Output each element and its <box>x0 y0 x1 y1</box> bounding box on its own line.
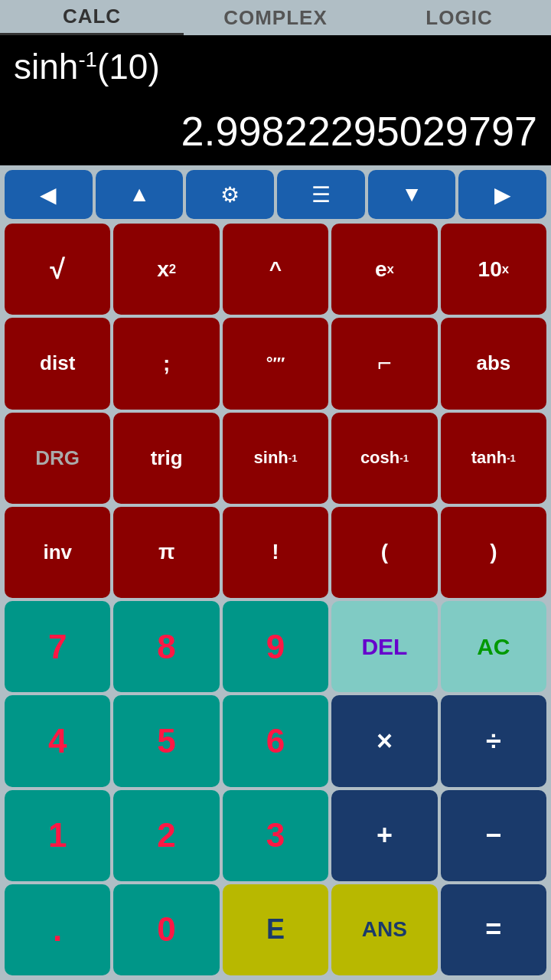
key-row-1: dist ; °′″ ⌐ abs <box>5 318 546 409</box>
key-power[interactable]: ^ <box>223 224 328 315</box>
keypad: √ x2 ^ ex 10x dist ; °′″ ⌐ abs DRG trig … <box>0 224 551 980</box>
key-cosh-inv[interactable]: cosh-1 <box>331 413 437 504</box>
nav-row: ◀ ▲ ⚙ ☰ ▼ ▶ <box>0 165 551 224</box>
nav-up[interactable]: ▲ <box>96 170 184 219</box>
key-row-3: inv π ! ( ) <box>5 507 546 598</box>
key-inv[interactable]: inv <box>5 507 110 598</box>
key-add[interactable]: + <box>331 790 437 881</box>
key-row-6: 1 2 3 + − <box>5 790 546 881</box>
key-drg[interactable]: DRG <box>5 413 110 504</box>
key-abs[interactable]: abs <box>441 318 546 409</box>
key-multiply[interactable]: × <box>331 695 437 786</box>
key-e[interactable]: E <box>223 884 328 975</box>
key-row-7: . 0 E ANS = <box>5 884 546 975</box>
display-result: 2.99822295029797 <box>14 107 537 155</box>
key-1[interactable]: 1 <box>5 790 110 881</box>
key-close-paren[interactable]: ) <box>441 507 546 598</box>
key-8[interactable]: 8 <box>113 601 219 692</box>
key-3[interactable]: 3 <box>223 790 328 881</box>
key-4[interactable]: 4 <box>5 695 110 786</box>
key-2[interactable]: 2 <box>113 790 219 881</box>
key-6[interactable]: 6 <box>223 695 328 786</box>
key-floor[interactable]: ⌐ <box>331 318 437 409</box>
key-divide[interactable]: ÷ <box>441 695 546 786</box>
key-equals[interactable]: = <box>441 884 546 975</box>
key-9[interactable]: 9 <box>223 601 328 692</box>
key-semicolon[interactable]: ; <box>113 318 219 409</box>
key-row-0: √ x2 ^ ex 10x <box>5 224 546 315</box>
tab-logic[interactable]: LOGIC <box>367 0 551 35</box>
nav-down[interactable]: ▼ <box>368 170 456 219</box>
key-trig[interactable]: trig <box>113 413 219 504</box>
key-subtract[interactable]: − <box>441 790 546 881</box>
tab-bar: CALC COMPLEX LOGIC <box>0 0 551 35</box>
key-5[interactable]: 5 <box>113 695 219 786</box>
key-factorial[interactable]: ! <box>223 507 328 598</box>
key-x2[interactable]: x2 <box>113 224 219 315</box>
key-open-paren[interactable]: ( <box>331 507 437 598</box>
display: sinh-1(10) 2.99822295029797 <box>0 35 551 165</box>
key-row-2: DRG trig sinh-1 cosh-1 tanh-1 <box>5 413 546 504</box>
key-del[interactable]: DEL <box>331 601 437 692</box>
key-0[interactable]: 0 <box>113 884 219 975</box>
key-row-5: 4 5 6 × ÷ <box>5 695 546 786</box>
key-ex[interactable]: ex <box>331 224 437 315</box>
key-ac[interactable]: AC <box>441 601 546 692</box>
tab-complex[interactable]: COMPLEX <box>184 0 367 35</box>
key-degrees[interactable]: °′″ <box>223 318 328 409</box>
key-sqrt[interactable]: √ <box>5 224 110 315</box>
key-row-4: 7 8 9 DEL AC <box>5 601 546 692</box>
key-10x[interactable]: 10x <box>441 224 546 315</box>
key-dot[interactable]: . <box>5 884 110 975</box>
key-tanh-inv[interactable]: tanh-1 <box>441 413 546 504</box>
key-ans[interactable]: ANS <box>331 884 437 975</box>
display-expression: sinh-1(10) <box>14 46 537 87</box>
key-sinh-inv[interactable]: sinh-1 <box>223 413 328 504</box>
key-7[interactable]: 7 <box>5 601 110 692</box>
key-pi[interactable]: π <box>113 507 219 598</box>
tab-calc[interactable]: CALC <box>0 0 184 35</box>
nav-right[interactable]: ▶ <box>458 170 546 219</box>
nav-settings[interactable]: ⚙ <box>186 170 274 219</box>
nav-left[interactable]: ◀ <box>5 170 93 219</box>
key-dist[interactable]: dist <box>5 318 110 409</box>
nav-menu[interactable]: ☰ <box>277 170 365 219</box>
